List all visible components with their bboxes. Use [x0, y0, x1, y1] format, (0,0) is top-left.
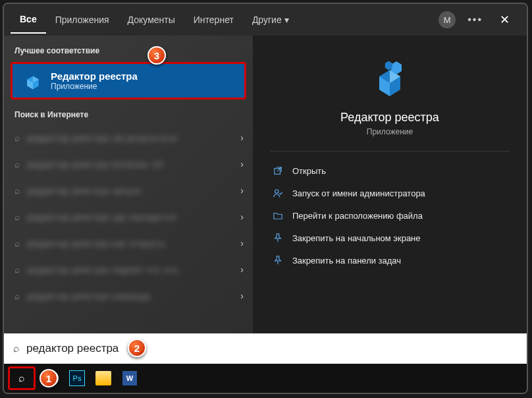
open-icon: [273, 165, 283, 176]
web-result-text: редактор реестра как открыть: [28, 239, 165, 248]
action-label: Открыть: [292, 166, 326, 176]
web-result[interactable]: ⌕редактор реестра regedit что это›: [4, 256, 253, 283]
search-icon: ⌕: [13, 343, 20, 355]
preview-subtitle: Приложение: [270, 127, 510, 136]
web-result-text: редактор реестра см результаты: [28, 133, 178, 143]
chevron-right-icon: ›: [240, 291, 244, 301]
search-icon: ⌕: [14, 238, 20, 248]
chevron-right-icon: ›: [240, 264, 244, 275]
section-best-match: Лучшее соответствие: [4, 40, 253, 61]
chevron-right-icon: ›: [240, 212, 244, 222]
web-result-text: редактор реестра windows 10: [28, 159, 163, 169]
action-label: Перейти к расположению файла: [292, 211, 423, 221]
taskbar-photoshop[interactable]: Ps: [66, 367, 88, 389]
photoshop-icon: Ps: [69, 370, 85, 386]
svg-point-9: [275, 190, 279, 193]
search-input[interactable]: [26, 342, 518, 355]
divider: [270, 151, 510, 152]
chevron-right-icon: ›: [240, 132, 244, 143]
web-result[interactable]: ⌕редактор реестра как открыть›: [4, 230, 253, 256]
chevron-right-icon: ›: [240, 185, 244, 196]
pin-start-icon: [273, 233, 283, 243]
search-icon: ⌕: [14, 212, 20, 222]
taskbar-search-button[interactable]: ⌕: [8, 366, 36, 390]
avatar[interactable]: M: [439, 11, 456, 28]
web-result-text: редактор реестра запуск: [28, 186, 142, 196]
folder-icon: [273, 210, 283, 221]
header: Все Приложения Документы Интернет Другие…: [4, 4, 527, 36]
more-icon[interactable]: •••: [467, 14, 483, 26]
action-open[interactable]: Открыть: [270, 159, 510, 182]
web-result-text: редактор реестра где находится: [28, 212, 176, 222]
taskbar-word[interactable]: W: [119, 367, 141, 389]
search-icon: ⌕: [14, 132, 20, 143]
action-label: Закрепить на начальном экране: [292, 233, 421, 243]
tab-other[interactable]: Другие ▾: [243, 6, 298, 34]
tab-documents[interactable]: Документы: [119, 6, 184, 34]
chevron-down-icon: ▾: [284, 14, 289, 25]
best-match-result[interactable]: Редактор реестра Приложение: [11, 62, 246, 100]
web-result-text: редактор реестра regedit что это: [28, 265, 178, 275]
tab-all[interactable]: Все: [11, 6, 46, 34]
body: Лучшее соответствие Редактор реестра: [4, 36, 527, 333]
action-pin-taskbar[interactable]: Закрепить на панели задач: [270, 249, 510, 271]
best-match-text: Редактор реестра Приложение: [51, 71, 138, 91]
search-icon: ⌕: [14, 264, 20, 275]
regedit-icon-large: [369, 59, 411, 101]
regedit-icon: [23, 71, 43, 91]
web-result[interactable]: ⌕редактор реестра запуск›: [4, 177, 253, 204]
pin-taskbar-icon: [273, 255, 283, 266]
action-label: Запуск от имени администратора: [292, 188, 425, 198]
taskbar: ⌕ Я Ps W: [4, 364, 527, 393]
web-result[interactable]: ⌕редактор реестра где находится›: [4, 204, 253, 230]
preview-title: Редактор реестра: [270, 111, 510, 125]
annotation-1: 1: [40, 369, 58, 387]
annotation-2: 2: [128, 339, 146, 357]
header-right: M ••• ✕: [439, 10, 520, 30]
action-pin-start[interactable]: Закрепить на начальном экране: [270, 227, 510, 249]
search-bar[interactable]: ⌕: [4, 333, 527, 364]
taskbar-explorer[interactable]: [92, 367, 115, 389]
tab-internet[interactable]: Интернет: [184, 6, 243, 34]
preview-header: Редактор реестра Приложение: [270, 59, 510, 136]
admin-icon: [273, 188, 283, 198]
close-icon[interactable]: ✕: [494, 10, 515, 30]
action-run-admin[interactable]: Запуск от имени администратора: [270, 182, 510, 204]
search-icon: ⌕: [14, 185, 20, 196]
action-label: Закрепить на панели задач: [292, 256, 401, 266]
search-icon: ⌕: [14, 159, 20, 169]
filter-tabs: Все Приложения Документы Интернет Другие…: [11, 6, 439, 34]
action-open-location[interactable]: Перейти к расположению файла: [270, 204, 510, 227]
chevron-right-icon: ›: [240, 238, 244, 248]
best-match-title: Редактор реестра: [51, 71, 138, 82]
results-panel: Лучшее соответствие Редактор реестра: [4, 36, 253, 333]
search-icon: ⌕: [18, 372, 25, 384]
tab-apps[interactable]: Приложения: [46, 6, 119, 34]
web-result-text: редактор реестра команда: [28, 291, 150, 301]
chevron-right-icon: ›: [240, 159, 244, 169]
folder-icon: [95, 371, 111, 385]
search-icon: ⌕: [14, 291, 20, 301]
web-result[interactable]: ⌕редактор реестра команда›: [4, 283, 253, 309]
annotation-3: 3: [147, 46, 166, 65]
word-icon: W: [122, 371, 137, 385]
section-web-search: Поиск в Интернете: [4, 103, 253, 125]
web-result[interactable]: ⌕редактор реестра windows 10›: [4, 151, 253, 177]
start-search-window: Все Приложения Документы Интернет Другие…: [3, 3, 528, 394]
preview-panel: Редактор реестра Приложение Открыть Запу…: [253, 36, 527, 333]
best-match-subtitle: Приложение: [51, 82, 138, 91]
web-result[interactable]: ⌕редактор реестра см результаты›: [4, 125, 253, 151]
